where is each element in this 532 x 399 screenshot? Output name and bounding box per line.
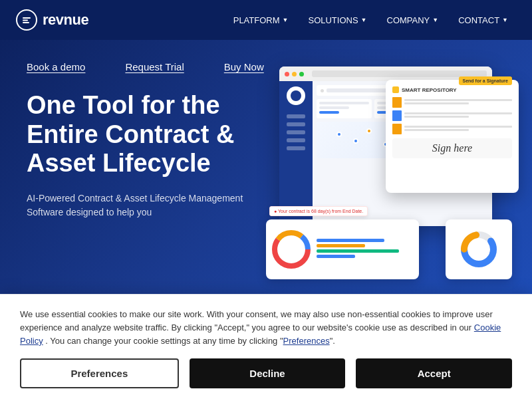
chevron-down-icon: ▼ xyxy=(432,17,438,23)
chart-panel xyxy=(266,219,419,279)
bar xyxy=(317,244,365,247)
request-trial-link[interactable]: Request Trial xyxy=(125,61,184,72)
mock-header-dot xyxy=(321,89,324,92)
bar-row xyxy=(317,239,414,242)
bar-chart xyxy=(317,239,414,260)
decline-button[interactable]: Decline xyxy=(190,358,346,388)
bar-row xyxy=(317,244,414,247)
bar xyxy=(317,239,384,242)
mock-sidebar-item xyxy=(287,146,305,150)
navbar: revnue PLATFORM ▼ SOLUTIONS ▼ COMPANY ▼ … xyxy=(0,0,532,40)
logo[interactable]: revnue xyxy=(16,9,88,31)
svg-rect-1 xyxy=(23,20,28,21)
mock-card xyxy=(317,99,372,118)
file-lines xyxy=(404,99,512,106)
file-lines xyxy=(404,112,512,119)
chevron-down-icon: ▼ xyxy=(502,17,508,23)
mock-sidebar-item xyxy=(287,122,305,126)
mock-file-row xyxy=(392,110,512,121)
nav-links: PLATFORM ▼ SOLUTIONS ▼ COMPANY ▼ CONTACT… xyxy=(225,10,516,31)
repo-icon xyxy=(392,86,399,93)
smart-repo-header: SMART REPOSITORY xyxy=(392,86,512,93)
book-demo-link[interactable]: Book a demo xyxy=(27,61,85,72)
mock-sidebar-item xyxy=(287,130,305,134)
logo-icon xyxy=(16,9,37,31)
signature-text: Sign here xyxy=(432,142,472,154)
mock-file-row xyxy=(392,124,512,134)
map-pin xyxy=(353,138,358,144)
accept-button[interactable]: Accept xyxy=(356,358,512,388)
mock-sidebar-item xyxy=(287,138,305,142)
pie-chart xyxy=(271,229,311,269)
expand-dot xyxy=(299,72,304,76)
bar xyxy=(317,255,355,258)
ring-chart xyxy=(459,229,499,269)
file-icon xyxy=(392,97,402,108)
ring-chart-panel xyxy=(446,219,512,279)
bar xyxy=(317,249,399,253)
map-pin xyxy=(366,128,372,134)
nav-contact[interactable]: CONTACT ▼ xyxy=(450,10,516,31)
cookie-text: We use essential cookies to make our sit… xyxy=(20,308,512,348)
mock-sidebar-item xyxy=(287,114,305,118)
preferences-text-link[interactable]: Preferences xyxy=(283,336,330,346)
file-icon xyxy=(392,124,402,134)
close-dot xyxy=(285,72,289,76)
chevron-down-icon: ▼ xyxy=(361,17,367,23)
signature-area: Sign here xyxy=(392,138,512,158)
svg-rect-2 xyxy=(23,22,29,23)
minimize-dot xyxy=(292,72,297,76)
svg-rect-0 xyxy=(23,17,31,19)
chevron-down-icon: ▼ xyxy=(283,17,289,23)
nav-solutions[interactable]: SOLUTIONS ▼ xyxy=(300,10,374,31)
nav-platform[interactable]: PLATFORM ▼ xyxy=(225,10,297,31)
mock-file-row xyxy=(392,97,512,108)
brand-name: revnue xyxy=(43,11,88,29)
bar-row xyxy=(317,249,414,253)
file-lines xyxy=(404,126,512,132)
hero-title: One Tool for the Entire Contract & Asset… xyxy=(27,91,279,178)
dashboard-mockup: Send for a Signature SMART REPOSITORY xyxy=(253,66,519,286)
hero-subtitle: AI-Powered Contract & Asset Lifecycle Ma… xyxy=(27,192,253,219)
error-badge: ● Your contract is 68 day(s) from End Da… xyxy=(269,206,368,216)
mock-sidebar xyxy=(279,81,313,226)
cookie-buttons: Preferences Decline Accept xyxy=(20,358,512,388)
nav-company[interactable]: COMPANY ▼ xyxy=(379,10,447,31)
preferences-button[interactable]: Preferences xyxy=(20,358,179,388)
bar-row xyxy=(317,255,414,258)
file-icon xyxy=(392,110,402,121)
sig-badge: Send for a Signature xyxy=(459,76,512,85)
map-pin xyxy=(336,132,342,137)
cookie-banner: We use essential cookies to make our sit… xyxy=(0,294,532,399)
hero-section: Book a demo Request Trial Buy Now One To… xyxy=(0,40,532,306)
mock-logo xyxy=(287,86,305,105)
